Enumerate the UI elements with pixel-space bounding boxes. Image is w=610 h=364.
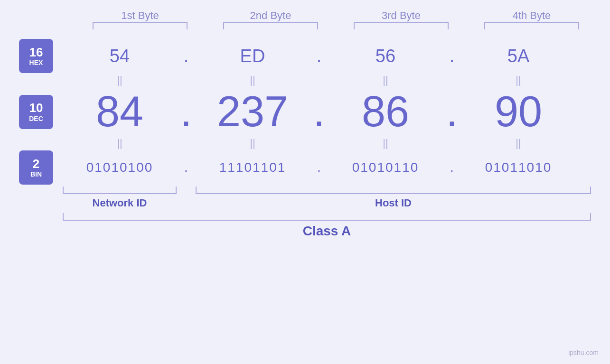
hex-b2-text: ED (240, 46, 265, 66)
byte-header-4: 4th Byte (479, 9, 584, 22)
bin-row: 2 BIN 01010100 . 11101101 . 01010110 . 0… (19, 150, 591, 185)
dec-dot-3: . (442, 87, 461, 136)
hex-dot-3: . (442, 46, 461, 66)
bin-badge-number: 2 (33, 157, 39, 171)
hex-values: 54 . ED . 56 . 5A (63, 46, 591, 66)
dec-b4: 90 (461, 87, 575, 136)
dec-badge-label: DEC (29, 115, 43, 122)
dec-values: 84 . 237 . 86 . 90 (63, 87, 591, 136)
equals-1-b2: || (196, 74, 310, 86)
bin-dot-3: . (442, 160, 461, 175)
bin-badge: 2 BIN (19, 150, 53, 185)
bin-b4: 01011010 (461, 160, 575, 175)
dec-dot-2: . (310, 87, 328, 136)
bin-b4-text: 01011010 (485, 160, 552, 175)
labels-row: Network ID Host ID (19, 197, 591, 209)
equals-2-b3: || (328, 137, 442, 149)
dec-b3-text: 86 (362, 87, 409, 136)
hex-dot-2: . (310, 46, 328, 66)
hex-dot-1: . (177, 46, 196, 66)
dec-b1: 84 (63, 87, 177, 136)
hex-b3-text: 56 (375, 46, 395, 66)
main-container: 1st Byte 2nd Byte 3rd Byte 4th Byte 16 H… (0, 0, 610, 364)
bin-b2-text: 11101101 (219, 160, 286, 175)
hex-badge: 16 HEX (19, 39, 53, 73)
bin-b2: 11101101 (196, 160, 310, 175)
equals-area-1: || || || || (63, 74, 591, 86)
top-bracket-4 (484, 22, 579, 29)
byte-headers: 1st Byte 2nd Byte 3rd Byte 4th Byte (75, 9, 597, 22)
hex-b1: 54 (63, 46, 177, 66)
class-label-spacer (19, 224, 63, 239)
host-bracket (196, 187, 591, 194)
bin-dot-1: . (177, 160, 196, 175)
watermark: ipshu.com (568, 349, 599, 356)
class-label-row: Class A (19, 224, 591, 239)
class-bracket-spacer (19, 213, 63, 221)
dec-badge-number: 10 (29, 101, 43, 115)
top-bracket-1 (93, 22, 188, 29)
top-bracket-2 (223, 22, 318, 29)
class-a-bracket (63, 213, 591, 221)
dec-b2: 237 (196, 87, 310, 136)
hex-badge-label: HEX (29, 59, 43, 66)
bin-badge-label: BIN (30, 170, 42, 178)
top-bracket-3 (354, 22, 449, 29)
bin-values: 01010100 . 11101101 . 01010110 . 0101101… (63, 160, 591, 175)
hex-b1-text: 54 (110, 46, 130, 66)
hex-badge-number: 16 (29, 46, 43, 59)
dec-dot-1: . (177, 87, 196, 136)
hex-b2: ED (196, 46, 310, 66)
equals-row-1: || || || || (19, 74, 591, 86)
bin-b3-text: 01010110 (352, 160, 419, 175)
bin-b1: 01010100 (63, 160, 177, 175)
hex-b4-text: 5A (507, 46, 529, 66)
dec-row: 10 DEC 84 . 237 . 86 . 90 (19, 87, 591, 136)
labels-inner: Network ID Host ID (63, 197, 591, 209)
byte-header-1: 1st Byte (88, 9, 192, 22)
dec-b1-text: 84 (96, 87, 143, 136)
byte-header-3: 3rd Byte (349, 9, 453, 22)
hex-b3: 56 (328, 46, 442, 66)
class-bracket-row (19, 213, 591, 221)
equals-area-2: || || || || (63, 137, 591, 149)
equals-1-b1: || (63, 74, 177, 86)
class-a-label: Class A (63, 224, 591, 239)
bin-b1-text: 01010100 (86, 160, 153, 175)
equals-2-b4: || (461, 137, 575, 149)
equals-spacer-1 (19, 74, 63, 86)
equals-1-b4: || (461, 74, 575, 86)
dec-b2-text: 237 (217, 87, 288, 136)
hex-row: 16 HEX 54 . ED . 56 . 5A (19, 39, 591, 73)
dec-b3: 86 (328, 87, 442, 136)
dec-badge: 10 DEC (19, 95, 53, 129)
bin-b3: 01010110 (328, 160, 442, 175)
hex-b4: 5A (461, 46, 575, 66)
equals-2-b2: || (196, 137, 310, 149)
top-bracket-row (75, 22, 597, 29)
dec-b4-text: 90 (495, 87, 542, 136)
byte-header-2: 2nd Byte (218, 9, 323, 22)
host-id-label: Host ID (196, 197, 591, 209)
bottom-brackets-inner (63, 187, 591, 194)
equals-spacer-2 (19, 137, 63, 149)
equals-1-b3: || (328, 74, 442, 86)
equals-row-2: || || || || (19, 137, 591, 149)
labels-spacer (19, 197, 63, 209)
bottom-spacer (19, 187, 63, 194)
equals-2-b1: || (63, 137, 177, 149)
network-bracket (63, 187, 177, 194)
bottom-brackets (19, 187, 591, 194)
network-id-label: Network ID (63, 197, 177, 209)
bin-dot-2: . (310, 160, 328, 175)
